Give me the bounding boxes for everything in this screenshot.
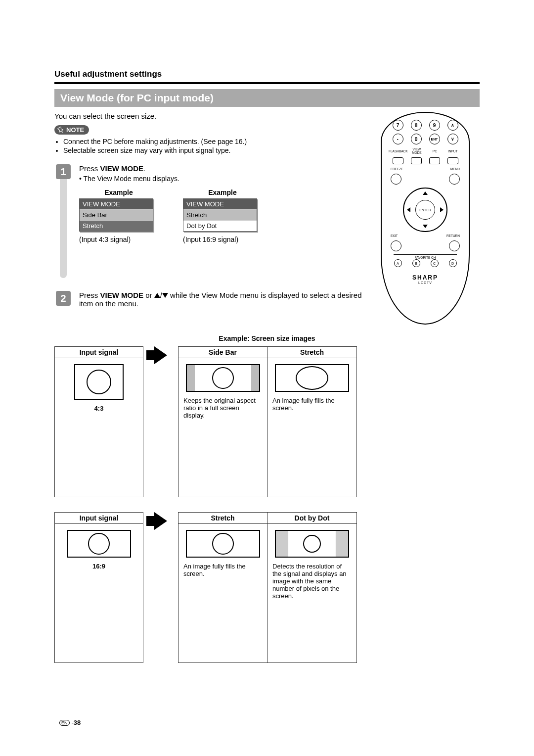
arrow-right-icon: [154, 512, 167, 530]
dpad-right-icon: [440, 207, 444, 212]
menu-item: Stretch: [183, 209, 257, 220]
note-label: NOTE: [66, 126, 84, 134]
remote-brand-sub: LCDTV: [389, 281, 462, 284]
screen-diagram-169: [67, 530, 131, 558]
menu-item: Stretch: [80, 220, 153, 231]
menu-caption: (Input 4:3 signal): [79, 236, 158, 243]
screen-diagram-stretch: [275, 364, 349, 392]
remote-button-enter: ENTER: [415, 200, 435, 220]
remote-button-ch-up: ∧: [447, 120, 458, 131]
step-2: 2 Press VIEW MODE or / while the View Mo…: [54, 291, 371, 308]
remote-button-exit: [391, 240, 401, 251]
remote-button-7: 7: [393, 120, 403, 131]
remote-button-fav-b: B: [412, 259, 420, 267]
up-arrow-icon: [154, 293, 160, 298]
remote-button-fav-d: D: [449, 259, 457, 267]
remote-button-input: [447, 157, 458, 164]
step-number: 1: [56, 164, 71, 179]
remote-button-9: 9: [429, 120, 440, 131]
remote-button-menu: [449, 174, 460, 185]
view-mode-menu-169: VIEW MODE Stretch Dot by Dot: [183, 198, 257, 232]
note-badge: NOTE: [54, 125, 89, 135]
image-table-row-43: Input signal 4:3 Side Bar Keeps the orig…: [54, 346, 480, 497]
intro-text: You can select the screen size.: [54, 112, 371, 120]
arrow-right-icon: [154, 346, 167, 364]
step-1: 1 Press VIEW MODE. • The View Mode menu …: [54, 164, 371, 278]
menu-caption: (Input 16:9 signal): [183, 236, 262, 243]
remote-button-ent: ENT: [429, 134, 440, 144]
step-tail: [60, 179, 67, 278]
remote-button-fav-a: A: [394, 259, 402, 267]
remote-button-flashback: [393, 157, 403, 164]
screen-diagram-dotbydot: [275, 530, 349, 558]
menu-item: Side Bar: [80, 209, 153, 220]
note-item: Connect the PC before making adjustments…: [63, 138, 371, 145]
remote-button-dot: •: [393, 134, 403, 144]
remote-button-fav-c: C: [431, 259, 439, 267]
menu-item: Dot by Dot: [183, 220, 257, 231]
view-mode-menu-43: VIEW MODE Side Bar Stretch: [79, 198, 153, 232]
example-43: Example VIEW MODE Side Bar Stretch (Inpu…: [79, 189, 158, 243]
remote-brand: SHARP: [389, 274, 462, 281]
step-1-text: Press VIEW MODE.: [79, 164, 371, 173]
screen-diagram-stretch: [186, 530, 260, 558]
remote-diagram: 7 8 9 ∧ • 0 ENT ∨ FLASHBACK VIEW MODE PC…: [381, 112, 470, 325]
dpad-down-icon: [423, 225, 428, 228]
remote-button-viewmode: [411, 157, 422, 164]
remote-button-freeze: [391, 174, 401, 185]
remote-button-8: 8: [411, 120, 422, 131]
dpad-left-icon: [407, 207, 410, 212]
section-header: Useful adjustment settings: [54, 69, 480, 79]
step-1-sub: • The View Mode menu displays.: [79, 175, 371, 183]
step-2-text: Press VIEW MODE or / while the View Mode…: [79, 291, 371, 308]
image-table-title: Example: Screen size images: [54, 334, 480, 342]
remote-button-ch-down: ∨: [447, 134, 458, 144]
page-footer: EN - 38: [59, 719, 81, 726]
pin-icon: [57, 127, 64, 134]
down-arrow-icon: [162, 293, 168, 298]
note-list: Connect the PC before making adjustments…: [54, 138, 371, 154]
page-title: View Mode (for PC input mode): [54, 89, 480, 107]
divider: [54, 82, 480, 84]
remote-button-return: [449, 240, 460, 251]
remote-dpad: ENTER: [403, 188, 447, 232]
dpad-up-icon: [423, 191, 428, 195]
screen-diagram-sidebar: [186, 364, 260, 392]
note-item: Selectable screen size may vary with inp…: [63, 146, 371, 154]
image-table-row-169: Input signal 16:9 Stretch An image fully…: [54, 512, 480, 663]
remote-button-pc: [429, 157, 440, 164]
remote-button-0: 0: [411, 134, 422, 144]
step-number: 2: [56, 291, 71, 306]
screen-diagram-43: [74, 364, 124, 400]
example-169: Example VIEW MODE Stretch Dot by Dot (In…: [183, 189, 262, 243]
